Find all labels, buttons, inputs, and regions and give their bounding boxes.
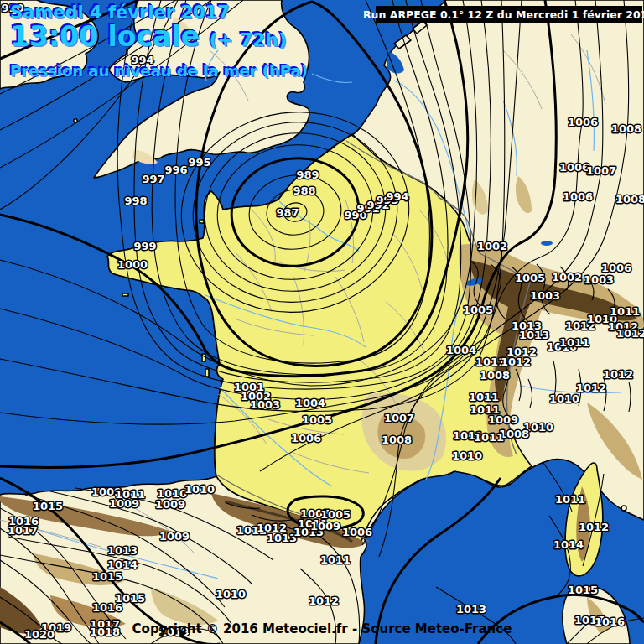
pressure-label: 1016 (92, 601, 122, 614)
pressure-label: 1017 (8, 524, 38, 537)
pressure-label: 1015 (568, 584, 598, 596)
pressure-label: 987 (276, 206, 299, 219)
pressure-label: 1006 (342, 526, 372, 538)
pressure-label: 1008 (382, 434, 412, 446)
pressure-label: 1005 (515, 272, 545, 284)
pressure-label: 1007 (384, 412, 414, 424)
pressure-label: 997 (142, 173, 164, 185)
pressure-label: 1014 (107, 558, 138, 571)
pressure-label: 994 (386, 190, 408, 203)
weather-map: 9909949959969979989991000987988989990991… (0, 0, 644, 644)
pressure-label: 1004 (446, 344, 476, 356)
pressure-label: 1006 (601, 262, 631, 274)
pressure-label: 1009 (155, 498, 185, 511)
pressure-label: 1005 (302, 413, 332, 426)
pressure-label: 1005 (463, 304, 493, 316)
pressure-label: 1002 (552, 271, 582, 283)
pressure-label: 1012 (603, 368, 633, 381)
pressure-label: 1009 (159, 530, 190, 543)
pressure-label: 996 (164, 164, 187, 176)
pressure-label: 1006 (291, 432, 321, 444)
pressure-label: 1009 (310, 520, 340, 532)
copyright-text: Copyright © 2016 Meteociel.fr - Source M… (0, 621, 644, 636)
pressure-label: 1015 (33, 500, 63, 512)
pressure-label: 1004 (295, 397, 325, 409)
pressure-label: 1010 (452, 449, 482, 462)
pressure-label: 1011 (474, 431, 504, 444)
pressure-label: 1012 (576, 382, 606, 394)
pressure-label: 1003 (250, 398, 280, 411)
pressure-label: 1013 (456, 603, 486, 615)
pressure-label: 1008 (480, 369, 510, 382)
pressure-label: 1010 (216, 588, 246, 600)
pressure-label: 995 (188, 156, 210, 169)
pressure-label: 1014 (553, 538, 584, 551)
forecast-time: 13:00 locale (+ 72h) (10, 23, 308, 52)
pressure-label: 1003 (530, 289, 560, 302)
pressure-label: 1012 (309, 595, 339, 607)
pressure-label: 1012 (501, 356, 531, 368)
pressure-label: 1006 (568, 116, 598, 128)
pressure-label: 1013 (267, 532, 297, 544)
pressure-label: 1002 (477, 240, 507, 252)
pressure-label: 1000 (117, 258, 148, 271)
pressure-label: 989 (296, 169, 319, 181)
pressure-label: 1015 (92, 570, 122, 583)
pressure-label: 1013 (519, 329, 549, 341)
pressure-label: 1011 (320, 553, 351, 566)
pressure-label: 1006 (563, 190, 593, 203)
pressure-label: 1011 (559, 336, 589, 349)
pressure-label: 1008 (615, 193, 644, 205)
pressure-label: 1011 (555, 493, 585, 506)
forecast-offset: (+ 72h) (210, 29, 287, 50)
pressure-label: 1010 (184, 483, 215, 496)
pressure-label: 1012 (579, 521, 609, 533)
pressure-label: 1013 (107, 544, 138, 557)
pressure-label: 1011 (610, 305, 640, 318)
pressure-label: 998 (124, 195, 147, 207)
pressure-label: 999 (133, 240, 156, 252)
forecast-date: Samedi 4 février 2017 (10, 3, 308, 22)
pressure-label: 1011 (469, 391, 499, 403)
map-svg: 9909949959969979989991000987988989990991… (0, 0, 644, 644)
pressure-label: 1009 (109, 497, 139, 510)
pressure-label: 988 (293, 184, 315, 197)
pressure-label: 1012 (616, 327, 644, 340)
run-info-box: Run ARPEGE 0.1° 12 Z du Mercredi 1 févri… (376, 6, 642, 23)
map-subtitle: Pression au niveau de la mer (hPa) (10, 64, 308, 80)
pressure-label: 1003 (584, 273, 614, 286)
pressure-label: 1008 (611, 122, 641, 135)
pressure-label: 1009 (488, 413, 518, 426)
pressure-label: 1006 (559, 161, 589, 174)
pressure-label: 1010 (549, 392, 579, 405)
pressure-label: 1007 (586, 164, 616, 177)
map-titles: Samedi 4 février 2017 13:00 locale (+ 72… (10, 3, 308, 80)
